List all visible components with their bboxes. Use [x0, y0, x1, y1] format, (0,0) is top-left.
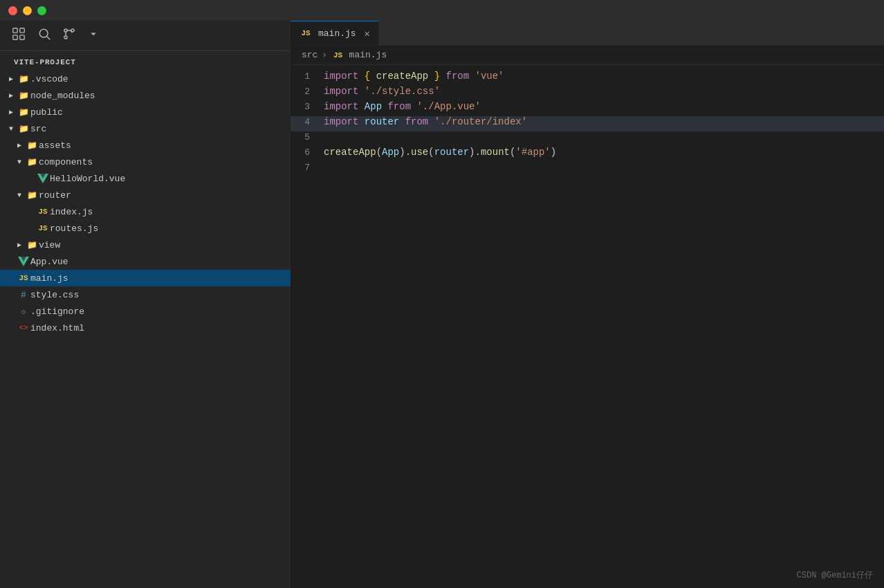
code-content-1: import { createApp } from 'vue': [324, 71, 873, 82]
search-icon[interactable]: [37, 27, 51, 44]
label-view: view: [39, 240, 60, 250]
traffic-light-yellow[interactable]: [23, 6, 32, 15]
tab-mainjs[interactable]: JS main.js ✕: [291, 21, 379, 45]
line-num-3: 3: [291, 102, 324, 112]
svg-rect-2: [13, 35, 17, 39]
code-line-3: 3 import App from './App.vue': [291, 101, 884, 116]
tree-item-stylecss[interactable]: # style.css: [0, 286, 291, 303]
tab-bar: JS main.js ✕: [291, 21, 884, 46]
svg-point-4: [39, 29, 48, 37]
js-icon-mainjs: JS: [17, 274, 30, 282]
label-gitignore: .gitignore: [30, 306, 84, 317]
svg-rect-3: [20, 35, 24, 39]
label-indexhtml: index.html: [30, 323, 84, 333]
git-icon-gitignore: ◇: [17, 307, 30, 316]
traffic-light-red[interactable]: [8, 6, 17, 15]
breadcrumb-src: src: [302, 50, 317, 60]
tree-item-gitignore[interactable]: ◇ .gitignore: [0, 303, 291, 320]
js-icon-breadcrumb: JS: [331, 51, 345, 59]
label-components: components: [39, 157, 93, 167]
label-mainjs: main.js: [30, 273, 68, 284]
more-icon[interactable]: [87, 28, 100, 44]
line-num-4: 4: [291, 117, 324, 127]
tree-item-helloworld[interactable]: HelloWorld.vue: [0, 170, 291, 187]
code-content-2: import './style.css': [324, 86, 873, 97]
line-num-6: 6: [291, 147, 324, 158]
tree-item-indexhtml[interactable]: <> index.html: [0, 320, 291, 336]
folder-icon-node-modules: 📁: [17, 91, 30, 101]
chevron-components: [14, 158, 25, 166]
chevron-router: [14, 192, 25, 199]
traffic-light-green[interactable]: [37, 6, 46, 15]
label-stylecss: style.css: [30, 290, 79, 300]
watermark: CSDN @Gemini仔仔: [797, 569, 873, 581]
editor-area: JS main.js ✕ src › JS main.js 1 import {…: [291, 21, 884, 588]
breadcrumb-file: main.js: [349, 50, 387, 60]
js-icon-routesjs: JS: [36, 224, 50, 232]
chevron-view: [14, 241, 25, 249]
tree-item-public[interactable]: 📁 public: [0, 104, 291, 120]
explorer: VITE-PROJECT 📁 .vscode 📁 node_modules 📁 …: [0, 51, 291, 588]
tree-item-node-modules[interactable]: 📁 node_modules: [0, 87, 291, 104]
code-content-6: createApp(App).use(router).mount('#app'): [324, 147, 873, 158]
label-router: router: [39, 190, 71, 201]
tree-item-mainjs[interactable]: JS main.js: [0, 270, 291, 286]
chevron-src: [6, 125, 17, 133]
svg-rect-1: [20, 28, 24, 33]
svg-point-6: [64, 29, 67, 32]
label-src: src: [30, 124, 46, 134]
code-line-4: 4 import router from './router/index': [291, 116, 884, 131]
html-icon-indexhtml: <>: [17, 324, 30, 332]
line-num-7: 7: [291, 163, 324, 173]
explorer-icon[interactable]: [11, 26, 26, 45]
line-num-1: 1: [291, 71, 324, 82]
code-content-3: import App from './App.vue': [324, 101, 873, 112]
svg-rect-0: [13, 28, 17, 33]
line-num-2: 2: [291, 86, 324, 97]
label-public: public: [30, 107, 63, 118]
breadcrumb: src › JS main.js: [291, 46, 884, 65]
code-line-7: 7: [291, 162, 884, 177]
label-helloworld: HelloWorld.vue: [50, 174, 125, 184]
code-line-6: 6 createApp(App).use(router).mount('#app…: [291, 147, 884, 162]
folder-icon-view: 📁: [25, 240, 39, 250]
tree-item-src[interactable]: 📁 src: [0, 120, 291, 137]
svg-point-7: [64, 36, 67, 39]
source-control-icon[interactable]: [62, 27, 76, 44]
tree-item-router[interactable]: 📁 router: [0, 187, 291, 203]
folder-icon-vscode: 📁: [17, 74, 30, 84]
tree-item-components[interactable]: 📁 components: [0, 154, 291, 170]
tree-item-appvue[interactable]: App.vue: [0, 253, 291, 270]
tab-label-mainjs: main.js: [318, 28, 356, 39]
folder-icon-public: 📁: [17, 107, 30, 118]
tree-item-assets[interactable]: 📁 assets: [0, 137, 291, 154]
folder-icon-assets: 📁: [25, 140, 39, 151]
code-line-2: 2 import './style.css': [291, 86, 884, 101]
sidebar: VITE-PROJECT 📁 .vscode 📁 node_modules 📁 …: [0, 21, 291, 588]
code-line-5: 5: [291, 131, 884, 147]
titlebar: [0, 0, 884, 21]
tree-item-vscode[interactable]: 📁 .vscode: [0, 71, 291, 87]
svg-line-5: [47, 37, 50, 40]
tree-item-indexjs[interactable]: JS index.js: [0, 203, 291, 220]
js-icon-tab: JS: [299, 29, 313, 37]
code-line-1: 1 import { createApp } from 'vue': [291, 71, 884, 86]
folder-icon-components: 📁: [25, 157, 39, 167]
code-editor[interactable]: 1 import { createApp } from 'vue' 2 impo…: [291, 65, 884, 588]
tree-item-view[interactable]: 📁 view: [0, 237, 291, 253]
label-assets: assets: [39, 140, 71, 151]
label-routesjs: routes.js: [50, 223, 98, 234]
css-icon-stylecss: #: [17, 290, 30, 300]
chevron-node-modules: [6, 91, 17, 100]
tab-close-mainjs[interactable]: ✕: [365, 28, 370, 39]
chevron-vscode: [6, 75, 17, 83]
chevron-public: [6, 108, 17, 116]
vue-icon-appvue: [17, 257, 30, 266]
line-num-5: 5: [291, 132, 324, 143]
tree-item-routesjs[interactable]: JS routes.js: [0, 220, 291, 237]
main-container: VITE-PROJECT 📁 .vscode 📁 node_modules 📁 …: [0, 21, 884, 588]
label-appvue: App.vue: [30, 257, 68, 267]
sidebar-icons: [0, 21, 291, 51]
label-node-modules: node_modules: [30, 91, 95, 101]
folder-icon-src: 📁: [17, 124, 30, 134]
